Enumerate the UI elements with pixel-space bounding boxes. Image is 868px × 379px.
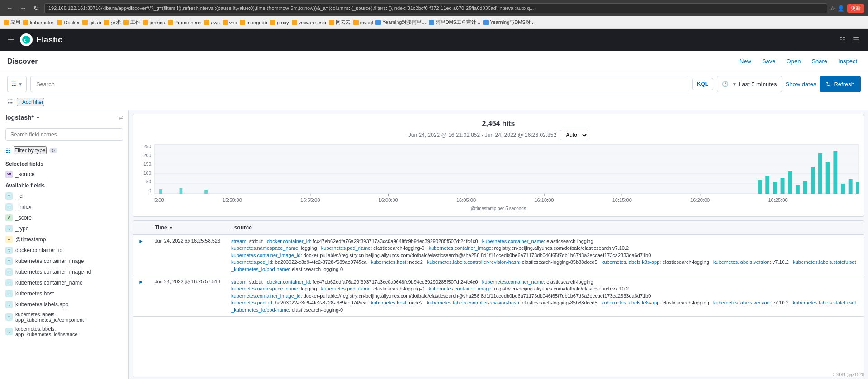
field-item-source[interactable]: 👁 _source: [0, 169, 128, 180]
field-item-host[interactable]: t kubernetes.host: [0, 288, 128, 299]
reload-button[interactable]: ↻: [31, 4, 42, 13]
index-selector[interactable]: logstash* ▼: [5, 114, 40, 121]
menu-icon[interactable]: ☰: [7, 35, 14, 45]
field-item-container-image[interactable]: t kubernetes.container_image: [0, 256, 128, 267]
save-button[interactable]: Save: [759, 55, 779, 67]
bookmark-proxy[interactable]: proxy: [270, 20, 289, 25]
bookmark-apps[interactable]: 应用: [4, 19, 20, 26]
bookmark-work-icon: [123, 20, 129, 25]
elastic-logo-icon: e: [20, 33, 33, 46]
bookmark-gitlab[interactable]: gitlab: [82, 20, 101, 25]
bookmark-yearning1[interactable]: Yearning对接阿里...: [375, 19, 426, 26]
screen-icon[interactable]: ☷: [837, 34, 847, 46]
filter-type-row: ☷ Filter by type 0: [0, 145, 128, 158]
share-button[interactable]: Share: [808, 55, 831, 67]
new-button[interactable]: New: [736, 55, 755, 67]
bookmark-vnc-label: vnc: [229, 20, 237, 25]
page-title: Discover: [7, 57, 38, 66]
bookmark-aws[interactable]: aws: [204, 20, 220, 25]
available-fields-title: Available fields: [0, 180, 128, 191]
chart-header: 2,454 hits Jun 24, 2022 @ 16:21:02.852 -…: [138, 120, 859, 140]
field-item-labels-instance[interactable]: t kubernetes.labels.app_kubernetes_io/in…: [0, 324, 128, 339]
time-col-header[interactable]: Time ▼: [149, 221, 226, 235]
field-item-id[interactable]: t _id: [0, 191, 128, 201]
browser-nav[interactable]: ← → ↻: [4, 4, 42, 13]
field-item-container-image-id[interactable]: t kubernetes.container_image_id: [0, 267, 128, 277]
star-icon[interactable]: ☆: [830, 5, 835, 12]
svg-rect-22: [856, 182, 859, 194]
field-item-score[interactable]: # _score: [0, 212, 128, 223]
forward-button[interactable]: →: [17, 4, 29, 13]
chart-y-axis: 250 200 150 100 50 0: [138, 144, 151, 193]
bookmark-gitlab-icon: [82, 20, 88, 25]
filter-by-type-button[interactable]: Filter by type: [14, 146, 47, 154]
field-type-t-icon: t: [5, 247, 13, 254]
kql-button[interactable]: KQL: [692, 78, 713, 90]
bookmark-proxy-icon: [270, 20, 275, 25]
bookmark-work[interactable]: 工作: [123, 19, 140, 26]
refresh-label: Refresh: [834, 81, 854, 88]
search-fields-input[interactable]: [5, 128, 123, 141]
field-item-index[interactable]: t _index: [0, 201, 128, 212]
field-name-index: _index: [15, 204, 31, 210]
add-filter-button[interactable]: + Add filter: [17, 98, 44, 106]
bookmark-aws-label: aws: [211, 20, 220, 25]
y-label-50: 50: [138, 179, 151, 184]
bookmark-aliyun-icon: [329, 20, 334, 25]
filter-bar: ☷ + Add filter: [0, 96, 868, 110]
field-type-hash-icon: #: [5, 214, 13, 221]
show-dates-button[interactable]: Show dates: [786, 81, 816, 88]
bookmark-vmware[interactable]: vmware esxi: [292, 20, 326, 25]
x-axis-label: @timestamp per 5 seconds: [138, 206, 859, 211]
field-item-container-id[interactable]: t docker.container_id: [0, 245, 128, 256]
url-bar[interactable]: [44, 3, 827, 13]
bookmark-kubernetes[interactable]: kubernetes: [23, 20, 54, 25]
field-name-labels-component: kubernetes.labels.app_kubernetes_io/comp…: [15, 312, 84, 323]
open-button[interactable]: Open: [783, 55, 805, 67]
bookmark-jenkins[interactable]: jenkins: [143, 20, 165, 25]
bookmark-tech[interactable]: 技术: [104, 19, 121, 26]
user-icon[interactable]: ☰: [851, 34, 861, 46]
field-name-container-name: kubernetes.container_name: [15, 280, 83, 286]
bookmark-mongodb[interactable]: mongodb: [240, 20, 267, 25]
bookmark-docker-icon: [57, 20, 62, 25]
results-area[interactable]: Time ▼ _source ► Jun 24, 2022 @ 16:25:58…: [133, 220, 864, 377]
bookmark-docker[interactable]: Docker: [57, 20, 80, 25]
bookmark-prometheus-icon: [168, 20, 173, 25]
expand-row-button[interactable]: ►: [138, 238, 144, 244]
collapse-sidebar-icon[interactable]: ⇄: [119, 114, 123, 121]
refresh-button[interactable]: ↻ Refresh: [820, 76, 861, 92]
bookmark-dms-label: 阿里DMS工单审计...: [436, 19, 481, 26]
search-input[interactable]: [36, 81, 683, 88]
field-item-type[interactable]: t _type: [0, 223, 128, 234]
field-item-timestamp[interactable]: ● @timestamp: [0, 234, 128, 245]
bookmark-aws-icon: [204, 20, 209, 25]
watermark: CSDN @jx1528: [832, 372, 864, 377]
expand-row-button[interactable]: ►: [138, 279, 144, 285]
svg-text:15:55:00: 15:55:00: [300, 198, 320, 203]
bookmark-yearning2[interactable]: Yearning与DMS对...: [483, 19, 535, 26]
bookmark-vnc[interactable]: vnc: [223, 20, 237, 25]
back-button[interactable]: ←: [4, 4, 15, 13]
results-table: Time ▼ _source ► Jun 24, 2022 @ 16:25:58…: [133, 221, 864, 317]
bookmark-prometheus[interactable]: Prometheus: [168, 20, 201, 25]
update-button[interactable]: 更新: [847, 4, 864, 13]
field-item-container-name[interactable]: t kubernetes.container_name: [0, 277, 128, 288]
svg-text:16:15:00: 16:15:00: [612, 198, 632, 203]
bookmark-tech-icon: [104, 20, 109, 25]
bookmark-mysql[interactable]: mysql: [353, 20, 373, 25]
index-name: logstash*: [5, 114, 34, 121]
table-row: ► Jun 24, 2022 @ 16:25:58.523 stream: st…: [133, 235, 864, 276]
field-name-source: _source: [15, 171, 35, 178]
interval-select[interactable]: Auto: [560, 130, 588, 140]
time-picker[interactable]: 🕐 ▼ Last 5 minutes: [717, 76, 782, 92]
field-name-type: _type: [15, 225, 28, 232]
inspect-button[interactable]: Inspect: [835, 55, 861, 67]
field-item-labels-component[interactable]: t kubernetes.labels.app_kubernetes_io/co…: [0, 310, 128, 324]
index-toggle[interactable]: ☷ ▼: [7, 76, 27, 92]
bookmark-dms[interactable]: 阿里DMS工单审计...: [429, 19, 481, 26]
profile-icon[interactable]: 👤: [837, 5, 844, 12]
field-name-id: _id: [15, 193, 23, 199]
field-item-labels-app[interactable]: t kubernetes.labels.app: [0, 299, 128, 310]
bookmark-aliyun[interactable]: 网云云: [329, 19, 351, 26]
